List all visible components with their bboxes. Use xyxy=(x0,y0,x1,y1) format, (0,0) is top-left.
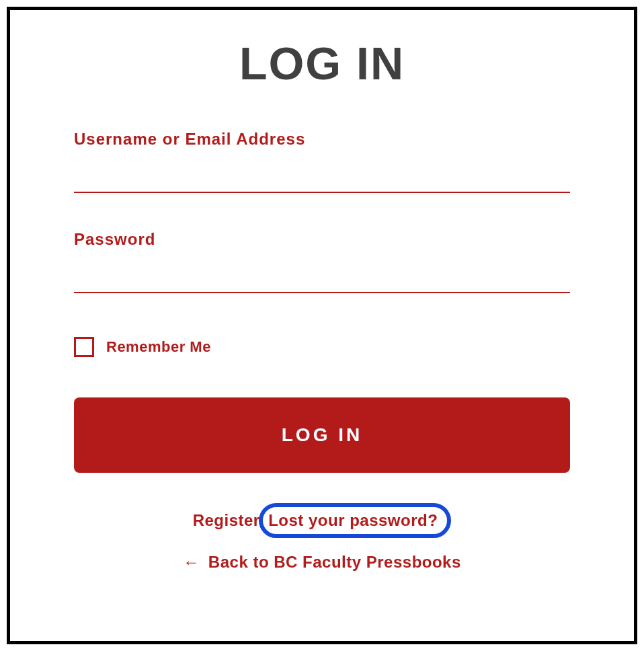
secondary-links: Register Lost your password? xyxy=(74,503,570,538)
login-button[interactable]: LOG IN xyxy=(74,397,570,473)
highlight-circle: Lost your password? xyxy=(259,503,451,538)
back-link[interactable]: ← Back to BC Faculty Pressbooks xyxy=(183,553,461,571)
password-label: Password xyxy=(74,230,570,249)
username-label: Username or Email Address xyxy=(74,130,570,149)
username-input[interactable] xyxy=(74,162,570,193)
page-title: LOG IN xyxy=(74,37,570,89)
arrow-left-icon: ← xyxy=(183,553,200,571)
password-input[interactable] xyxy=(74,262,570,293)
lost-password-link[interactable]: Lost your password? xyxy=(268,511,438,529)
remember-me-label: Remember Me xyxy=(106,338,211,356)
remember-me-row: Remember Me xyxy=(74,337,570,357)
login-card: LOG IN Username or Email Address Passwor… xyxy=(7,7,637,644)
back-link-text: Back to BC Faculty Pressbooks xyxy=(208,553,461,571)
remember-me-checkbox[interactable] xyxy=(74,337,94,357)
back-link-row: ← Back to BC Faculty Pressbooks xyxy=(74,553,570,572)
register-link[interactable]: Register xyxy=(193,511,260,529)
